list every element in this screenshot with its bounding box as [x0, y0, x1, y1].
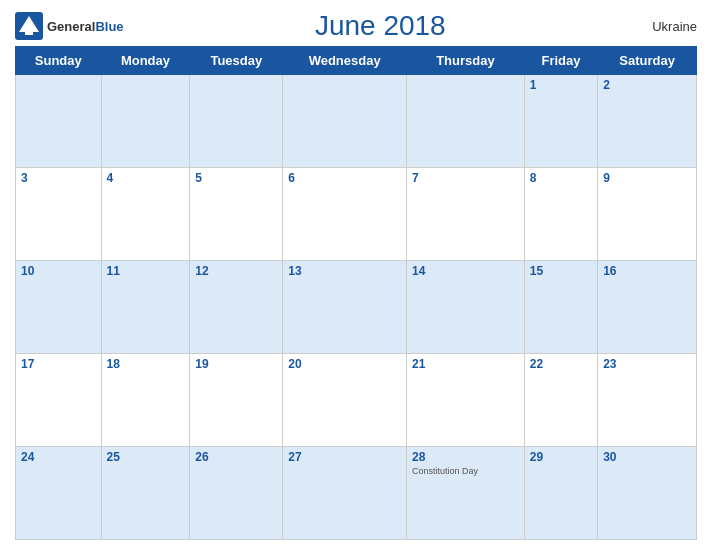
calendar-cell: 22: [524, 354, 597, 447]
day-number: 20: [288, 357, 401, 371]
calendar-cell: 30: [598, 447, 697, 540]
day-number: 17: [21, 357, 96, 371]
day-number: 10: [21, 264, 96, 278]
calendar-week-row: 10111213141516: [16, 261, 697, 354]
day-number: 14: [412, 264, 519, 278]
logo-general-text: GeneralBlue: [47, 17, 124, 35]
top-header: GeneralBlue June 2018 Ukraine: [15, 10, 697, 42]
calendar-cell: 24: [16, 447, 102, 540]
calendar-cell: 4: [101, 168, 190, 261]
day-number: 6: [288, 171, 401, 185]
calendar-cell: 5: [190, 168, 283, 261]
header-tuesday: Tuesday: [190, 47, 283, 75]
header-saturday: Saturday: [598, 47, 697, 75]
day-number: 7: [412, 171, 519, 185]
calendar-cell: 29: [524, 447, 597, 540]
calendar-cell: 27: [283, 447, 407, 540]
calendar-cell: 10: [16, 261, 102, 354]
day-number: 12: [195, 264, 277, 278]
day-number: 13: [288, 264, 401, 278]
day-number: 9: [603, 171, 691, 185]
calendar-cell: 26: [190, 447, 283, 540]
day-number: 1: [530, 78, 592, 92]
day-number: 22: [530, 357, 592, 371]
day-number: 19: [195, 357, 277, 371]
calendar-cell: 23: [598, 354, 697, 447]
calendar-page: GeneralBlue June 2018 Ukraine Sunday Mon…: [0, 0, 712, 550]
day-number: 25: [107, 450, 185, 464]
day-number: 18: [107, 357, 185, 371]
calendar-cell: 2: [598, 75, 697, 168]
calendar-cell: 25: [101, 447, 190, 540]
day-number: 24: [21, 450, 96, 464]
header-wednesday: Wednesday: [283, 47, 407, 75]
calendar-cell: 9: [598, 168, 697, 261]
day-number: 11: [107, 264, 185, 278]
calendar-cell: 20: [283, 354, 407, 447]
calendar-cell: 7: [407, 168, 525, 261]
calendar-cell: 15: [524, 261, 597, 354]
weekday-header-row: Sunday Monday Tuesday Wednesday Thursday…: [16, 47, 697, 75]
day-number: 23: [603, 357, 691, 371]
header-monday: Monday: [101, 47, 190, 75]
calendar-title: June 2018: [124, 10, 637, 42]
header-thursday: Thursday: [407, 47, 525, 75]
calendar-cell: 18: [101, 354, 190, 447]
day-number: 2: [603, 78, 691, 92]
header-sunday: Sunday: [16, 47, 102, 75]
calendar-table: Sunday Monday Tuesday Wednesday Thursday…: [15, 46, 697, 540]
calendar-cell: [407, 75, 525, 168]
day-number: 27: [288, 450, 401, 464]
calendar-cell: 16: [598, 261, 697, 354]
calendar-cell: [190, 75, 283, 168]
day-number: 8: [530, 171, 592, 185]
calendar-cell: 3: [16, 168, 102, 261]
calendar-cell: 13: [283, 261, 407, 354]
day-number: 26: [195, 450, 277, 464]
day-number: 29: [530, 450, 592, 464]
calendar-cell: [16, 75, 102, 168]
day-number: 28: [412, 450, 519, 464]
calendar-cell: [101, 75, 190, 168]
calendar-cell: 1: [524, 75, 597, 168]
day-number: 15: [530, 264, 592, 278]
calendar-cell: 6: [283, 168, 407, 261]
day-number: 30: [603, 450, 691, 464]
calendar-cell: 12: [190, 261, 283, 354]
day-number: 16: [603, 264, 691, 278]
calendar-cell: 19: [190, 354, 283, 447]
calendar-cell: 17: [16, 354, 102, 447]
calendar-week-row: 2425262728Constitution Day2930: [16, 447, 697, 540]
calendar-cell: 8: [524, 168, 597, 261]
day-number: 5: [195, 171, 277, 185]
calendar-cell: 11: [101, 261, 190, 354]
header-friday: Friday: [524, 47, 597, 75]
calendar-week-row: 3456789: [16, 168, 697, 261]
logo-icon: [15, 12, 43, 40]
logo: GeneralBlue: [15, 12, 124, 40]
holiday-label: Constitution Day: [412, 466, 519, 476]
calendar-cell: 21: [407, 354, 525, 447]
svg-rect-2: [25, 30, 33, 35]
day-number: 4: [107, 171, 185, 185]
calendar-week-row: 12: [16, 75, 697, 168]
calendar-week-row: 17181920212223: [16, 354, 697, 447]
day-number: 3: [21, 171, 96, 185]
calendar-cell: [283, 75, 407, 168]
country-label: Ukraine: [637, 19, 697, 34]
calendar-cell: 28Constitution Day: [407, 447, 525, 540]
calendar-cell: 14: [407, 261, 525, 354]
day-number: 21: [412, 357, 519, 371]
